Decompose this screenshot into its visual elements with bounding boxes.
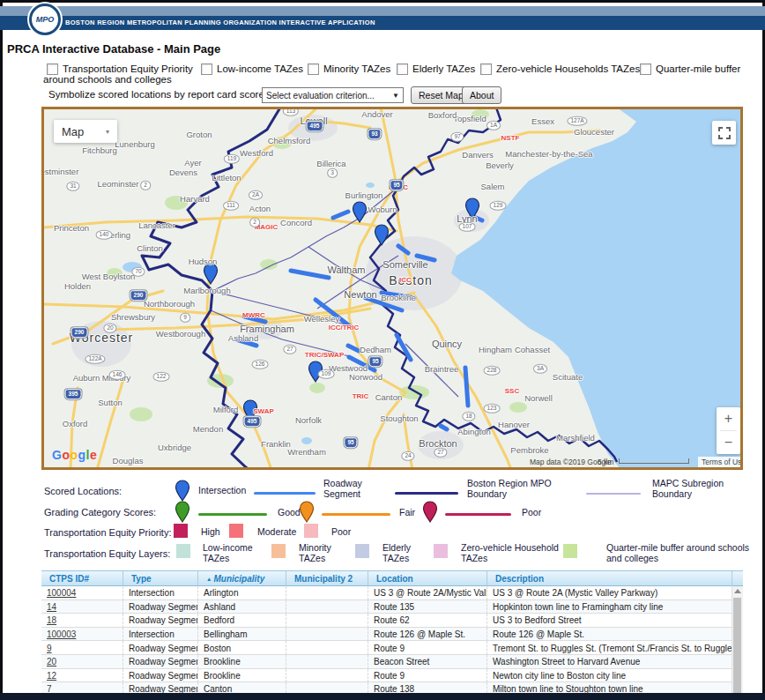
column-header-label: Description bbox=[495, 574, 544, 584]
town-label: Woburn bbox=[368, 205, 397, 214]
column-header-type[interactable]: Type bbox=[123, 571, 198, 586]
column-header-label: CTPS ID# bbox=[49, 574, 89, 584]
table-header-row: CTPS ID#Type▲MunicipalityMunicipality 2L… bbox=[41, 571, 743, 586]
row-id-link[interactable]: 100003 bbox=[41, 628, 123, 642]
checkbox[interactable] bbox=[308, 63, 319, 75]
table-row[interactable]: 9Roadway SegmentBostonRoute 9Tremont St.… bbox=[41, 641, 732, 655]
map-canvas[interactable]: LowellChelmsfordWestfordGrotonLunenburgF… bbox=[41, 107, 743, 470]
table-cell: Washington Street to Harvard Avenue bbox=[487, 655, 732, 669]
checkbox[interactable] bbox=[397, 63, 408, 75]
interstate-shield: 395 bbox=[65, 389, 82, 399]
town-label: Westford bbox=[240, 148, 273, 158]
map-type-control[interactable]: Map ▾ bbox=[54, 120, 117, 143]
interstate-shield: 95 bbox=[368, 356, 382, 367]
route-shield: 2 bbox=[249, 218, 260, 227]
table-scrollbar[interactable] bbox=[732, 586, 743, 696]
google-logo[interactable]: Google bbox=[52, 448, 97, 462]
table-cell: Arlington bbox=[198, 586, 286, 600]
subregion-label: NSTF bbox=[501, 134, 520, 142]
table-cell bbox=[286, 586, 368, 600]
column-header-municipality[interactable]: ▲Municipality bbox=[198, 571, 286, 586]
terms-link[interactable]: Terms of Use bbox=[698, 457, 743, 467]
town-label: Manchester-by-the-Sea bbox=[505, 149, 592, 159]
row-id-link[interactable]: 12 bbox=[41, 669, 123, 683]
row-id-link[interactable]: 100004 bbox=[41, 586, 123, 600]
filter-checkbox-item-4: Zero-vehicle Households TAZes bbox=[480, 63, 640, 75]
page: BOSTON REGION METROPOLITAN PLANNING ORGA… bbox=[0, 0, 765, 700]
route-shield: 111 bbox=[223, 201, 239, 211]
table-row[interactable]: 14Roadway SegmentAshlandRoute 135Hopkint… bbox=[41, 600, 732, 614]
route-shield: 123 bbox=[484, 404, 501, 413]
legend-color-chip bbox=[174, 524, 188, 538]
interstate-shield: 95 bbox=[344, 437, 357, 448]
fullscreen-icon bbox=[718, 127, 731, 139]
zoom-control[interactable]: + − bbox=[717, 407, 740, 454]
table-cell: Bellingham bbox=[198, 628, 286, 642]
page-title: PRCA Interactive Database - Main Page bbox=[7, 42, 220, 56]
table-cell: Intersection bbox=[123, 628, 198, 642]
results-table: CTPS ID#Type▲MunicipalityMunicipality 2L… bbox=[41, 570, 743, 696]
town-label: Northborough bbox=[144, 299, 195, 309]
town-label: Holden bbox=[64, 281, 91, 291]
town-label: Groton bbox=[186, 130, 212, 139]
row-id-link[interactable]: 18 bbox=[41, 614, 123, 628]
table-row[interactable]: 18Roadway SegmentBedfordRoute 62US 3 to … bbox=[41, 614, 732, 628]
town-label: Littleton bbox=[212, 173, 241, 182]
table-cell: Roadway Segment bbox=[123, 614, 198, 628]
table-cell bbox=[286, 600, 368, 614]
column-header-description[interactable]: Description bbox=[487, 571, 732, 586]
about-button[interactable]: About bbox=[462, 86, 501, 104]
scroll-up-icon[interactable] bbox=[734, 589, 741, 593]
town-label: Braintree bbox=[425, 364, 459, 374]
zoom-in-button[interactable]: + bbox=[717, 407, 740, 430]
town-label: Uxbridge bbox=[158, 443, 191, 452]
table-cell: Intersection bbox=[123, 586, 198, 600]
checkbox[interactable] bbox=[47, 63, 58, 75]
row-id-link[interactable]: 20 bbox=[41, 655, 123, 669]
scrollbar-thumb[interactable] bbox=[733, 598, 741, 693]
subregion-label: SWAP bbox=[253, 407, 274, 415]
town-label: Cohasset bbox=[515, 345, 550, 354]
table-row[interactable]: 12Roadway SegmentBrooklineRoute 9Newton … bbox=[41, 669, 732, 683]
row-id-link[interactable]: 14 bbox=[41, 600, 123, 614]
legend-item-label: Elderly TAZes bbox=[382, 543, 427, 563]
town-label: Scituate bbox=[553, 372, 583, 382]
column-header-ctps-id-[interactable]: CTPS ID# bbox=[41, 571, 123, 586]
table-cell: Tremont St. to Ruggles St. (Tremont St./… bbox=[487, 641, 732, 655]
table-row[interactable]: 100003IntersectionBellinghamRoute 126 @ … bbox=[41, 628, 732, 642]
checkbox[interactable] bbox=[480, 63, 492, 75]
town-label: Marlborough bbox=[183, 286, 230, 295]
town-label: Norfolk bbox=[295, 415, 322, 425]
table-cell bbox=[286, 628, 368, 642]
column-header-location[interactable]: Location bbox=[368, 571, 487, 586]
table-row[interactable]: 20Roadway SegmentBrooklineBeacon StreetW… bbox=[41, 655, 732, 669]
zoom-out-button[interactable]: − bbox=[717, 431, 740, 454]
fullscreen-button[interactable] bbox=[712, 121, 736, 145]
filter-wrap-line: around schools and colleges bbox=[43, 74, 172, 85]
town-label: Wrentham bbox=[287, 447, 326, 457]
column-header-municipality-2[interactable]: Municipality 2 bbox=[286, 571, 368, 586]
symbolize-label: Symbolize scored locations by report car… bbox=[48, 89, 282, 100]
checkbox[interactable] bbox=[201, 63, 212, 75]
filter-checkbox-item-5: Quarter-mile buffer bbox=[640, 63, 740, 75]
route-shield: 27 bbox=[283, 345, 296, 354]
legend-row-label: Scored Locations: bbox=[44, 486, 122, 496]
table-row[interactable]: 100004IntersectionArlingtonUS 3 @ Route … bbox=[41, 586, 732, 600]
route-shield: 31 bbox=[66, 182, 79, 191]
town-label: Douglas bbox=[113, 456, 144, 465]
town-label: Newton bbox=[344, 289, 376, 300]
route-shield: 107 bbox=[459, 222, 476, 232]
legend-row-label: Transportation Equity Layers: bbox=[44, 548, 170, 559]
scale-label: 5 km bbox=[598, 458, 613, 466]
route-shield: 126 bbox=[252, 360, 269, 369]
town-label: Oxford bbox=[63, 419, 88, 428]
town-label: Milford bbox=[213, 405, 239, 414]
town-label: Sutton bbox=[98, 398, 122, 407]
filter-checkbox-item-0: Transportation Equity Priority bbox=[47, 63, 193, 75]
mpo-logo-text: MPO bbox=[36, 15, 55, 24]
legend-item-label: Poor bbox=[331, 527, 362, 538]
checkbox[interactable] bbox=[640, 63, 651, 75]
criterion-select[interactable]: Select evaluation criterion... ▼ bbox=[262, 87, 404, 103]
row-id-link[interactable]: 9 bbox=[41, 641, 123, 655]
route-shield: 127A bbox=[567, 116, 587, 126]
